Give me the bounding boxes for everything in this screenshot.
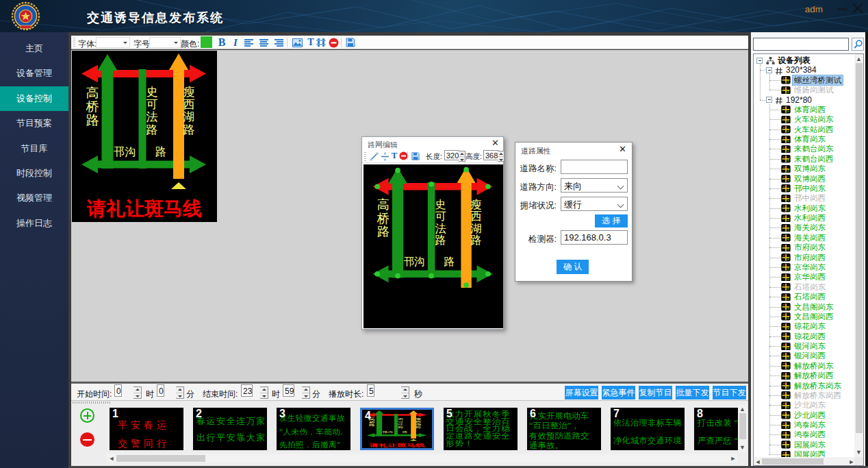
thumbs-scroll-right-icon[interactable]: ► — [730, 455, 737, 462]
close-icon[interactable] — [852, 2, 863, 14]
sidebar-item-6[interactable]: 时段控制 — [0, 161, 68, 186]
program-thumbnail-2[interactable]: 春运安全连万家出行平安靠大家2 — [193, 408, 267, 450]
svg-text:邗沟: 邗沟 — [382, 431, 392, 434]
duration-spinner[interactable]: 5 — [367, 386, 401, 399]
height-value[interactable]: 368 — [483, 150, 498, 160]
sidebar-item-1[interactable]: 主页 — [0, 36, 68, 61]
start-hour-value[interactable]: 0 — [114, 384, 122, 397]
sidebar-item-4[interactable]: 节目预案 — [0, 111, 68, 136]
schedule-button-2[interactable]: 紧急事件 — [602, 386, 635, 399]
tree-scroll-up-icon[interactable]: ▲ — [854, 56, 863, 62]
sidebar-item-8[interactable]: 操作日志 — [0, 211, 68, 236]
tree-vertical-scrollbar[interactable]: ▲ ▼ — [854, 54, 863, 457]
program-thumbnail-4[interactable]: 高桥路史可法路瘦西湖路邗沟路请礼让斑马线4 — [360, 408, 434, 450]
end-hour-spin-buttons[interactable] — [260, 386, 268, 399]
thumbs-scroll-down-icon[interactable]: ▼ — [738, 444, 747, 451]
detector-input[interactable]: 192.168.0.3 — [561, 230, 628, 245]
sidebar: 主页设备管理设备控制节目预案节目库时段控制视频管理操作日志 — [0, 32, 68, 468]
congestion-select[interactable]: 缓行 — [561, 197, 628, 211]
sidebar-item-7[interactable]: 视频管理 — [0, 186, 68, 210]
tree-expander-icon[interactable] — [766, 97, 772, 103]
start-minute-value[interactable]: 0 — [157, 384, 164, 397]
align-center-button[interactable] — [257, 36, 270, 49]
road-name-input[interactable] — [561, 160, 628, 174]
tree-connector-line — [769, 159, 780, 160]
app-logo — [11, 1, 40, 31]
search-button[interactable] — [852, 38, 864, 51]
thumbs-scroll-left-icon[interactable]: ◄ — [108, 455, 115, 462]
height-spinner[interactable]: 368 — [483, 151, 498, 162]
save-button[interactable] — [344, 36, 357, 49]
dialog-close-icon[interactable]: ✕ — [618, 145, 627, 153]
align-right-button[interactable] — [272, 36, 285, 49]
tree-connector-line — [769, 287, 780, 288]
sidebar-item-2[interactable]: 设备管理 — [0, 61, 68, 86]
road-tool-button[interactable] — [315, 36, 327, 49]
schedule-button-4[interactable]: 批量下发 — [676, 386, 709, 399]
editor-save-icon[interactable] — [409, 150, 422, 162]
end-minute-spin-buttons[interactable] — [302, 386, 310, 399]
road-network-canvas[interactable]: 高桥路史可法路瘦西湖路邗沟路 — [363, 164, 503, 328]
font-select[interactable] — [96, 37, 130, 48]
length-spin-buttons[interactable] — [459, 151, 465, 162]
search-input[interactable] — [753, 38, 849, 51]
length-spinner[interactable]: 320 — [444, 151, 459, 162]
tree-hscroll-thumb[interactable] — [762, 458, 824, 465]
tree-scroll-left-icon[interactable]: ◄ — [754, 458, 761, 465]
user-name[interactable]: adm — [805, 4, 823, 14]
sidebar-item-5[interactable]: 节目库 — [0, 136, 68, 161]
thumbs-scroll-up-icon[interactable]: ▲ — [738, 406, 747, 412]
program-thumbnail-6[interactable]: 扎实开展电动车 “百日整治”，有效预防道路交通事故。6 — [527, 408, 601, 450]
tree-expander-icon[interactable] — [766, 67, 772, 73]
italic-button[interactable]: I — [229, 36, 242, 49]
start-hour-spinner[interactable]: 0 — [114, 386, 133, 399]
tree-device-维扬岗测试-label: 维扬岗测试 — [793, 85, 835, 95]
add-program-button[interactable] — [80, 408, 94, 423]
tree-scroll-down-icon[interactable]: ▼ — [854, 449, 863, 456]
end-hour-value[interactable]: 23 — [241, 384, 253, 397]
tree-vscroll-thumb[interactable] — [856, 63, 863, 433]
thumbs-vscroll-thumb[interactable] — [739, 413, 746, 439]
tree-horizontal-scrollbar[interactable]: ◄ ► — [754, 457, 856, 465]
program-thumbnail-5[interactable]: 大力开展秋冬季交通安全整治百日会战，全力稳定道路交通安全形势！5 — [444, 408, 518, 450]
size-select[interactable] — [149, 37, 181, 48]
program-thumbnail-7[interactable]: 依法治理非标车辆净化城市交通环境7 — [611, 408, 685, 450]
select-detector-button[interactable]: 选 择 — [595, 214, 628, 227]
end-hour-spinner[interactable]: 23 — [241, 386, 260, 399]
height-spin-buttons[interactable] — [498, 151, 505, 162]
color-swatch[interactable] — [201, 36, 212, 48]
svg-text:路: 路 — [470, 234, 481, 247]
end-minute-value[interactable]: 59 — [283, 384, 294, 397]
confirm-button[interactable]: 确 认 — [557, 260, 589, 274]
editor-window-titlebar[interactable]: 路网编辑 ✕ — [362, 137, 503, 150]
sidebar-item-3[interactable]: 设备控制 — [0, 86, 68, 111]
thumbs-horizontal-scrollbar[interactable]: ◄ ► — [107, 454, 738, 463]
road-direction-select[interactable]: 来向 — [561, 178, 628, 193]
remove-program-button[interactable] — [80, 432, 94, 447]
bold-button[interactable]: B — [216, 36, 228, 49]
svg-text:路: 路 — [155, 146, 166, 158]
length-value[interactable]: 320 — [444, 150, 459, 160]
led-preview-panel[interactable]: 高桥路史可法路瘦西湖路邗沟路请礼让斑马线 — [72, 51, 217, 222]
schedule-button-3[interactable]: 复制节目 — [639, 386, 672, 399]
schedule-button-1[interactable]: 屏幕设置 — [565, 386, 598, 399]
program-thumbnail-3[interactable]: 发生轻微交通事故“人未伤，车能动.先拍照，后撤离”3 — [277, 408, 350, 450]
start-hour-spin-buttons[interactable] — [133, 386, 142, 399]
delete-tool-button[interactable] — [327, 36, 340, 49]
start-minute-spin-buttons[interactable] — [176, 386, 184, 399]
tree-device-京华岗西-label: 京华岗西 — [793, 272, 827, 282]
duration-value[interactable]: 5 — [367, 384, 374, 397]
thumbs-hscroll-thumb[interactable] — [116, 455, 205, 462]
insert-image-button[interactable] — [291, 36, 303, 49]
end-minute-spinner[interactable]: 59 — [283, 386, 302, 399]
start-minute-spinner[interactable]: 0 — [157, 386, 176, 399]
minimize-icon[interactable] — [837, 8, 847, 10]
duration-spin-buttons[interactable] — [401, 386, 409, 399]
editor-window-close-icon[interactable]: ✕ — [491, 138, 500, 147]
program-thumbnail-1[interactable]: 平安春运交警同行1 — [110, 408, 183, 450]
tree-expander-icon[interactable] — [756, 58, 763, 64]
align-left-button[interactable] — [242, 36, 255, 49]
schedule-button-5[interactable]: 节目下发 — [713, 386, 746, 399]
thumbs-vertical-scrollbar[interactable]: ▲ ▼ — [738, 405, 747, 452]
program-thumbnail-8[interactable]: 打击改装 “炸严查严惩 “机8 — [694, 408, 738, 450]
